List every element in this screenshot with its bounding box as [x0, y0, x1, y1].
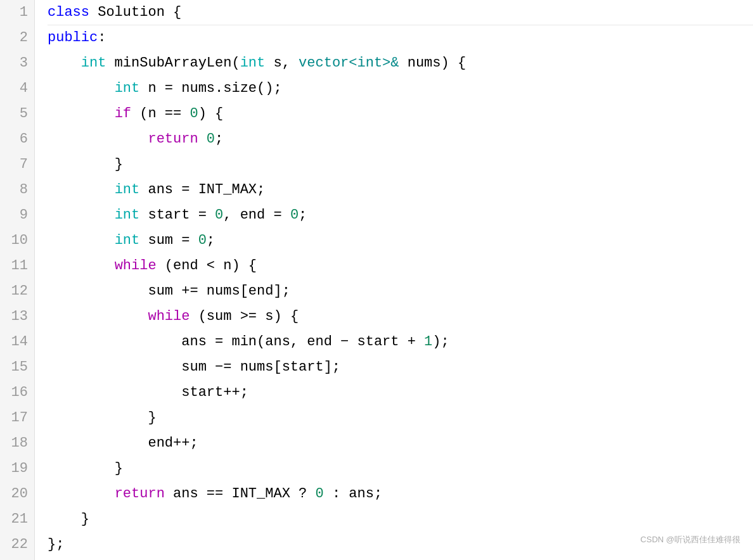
code-token: 1	[424, 329, 432, 355]
code-token: start++;	[181, 380, 248, 405]
code-token: int	[115, 76, 140, 101]
line-number: 4	[0, 76, 34, 101]
code-line: int ans = INT_MAX;	[48, 177, 753, 203]
line-number: 12	[0, 279, 34, 304]
code-token: , end =	[223, 203, 290, 228]
code-token: sum += nums[end];	[148, 279, 290, 304]
code-token: minSubArrayLen(	[106, 51, 240, 76]
line-number: 18	[0, 431, 34, 456]
code-container: 12345678910111213141516171819202122 clas…	[0, 0, 753, 560]
code-token	[48, 380, 181, 405]
code-token: }	[148, 405, 156, 431]
code-token: end++;	[148, 431, 198, 456]
code-token	[48, 101, 115, 127]
line-number: 21	[0, 507, 34, 532]
line-number: 15	[0, 355, 34, 380]
code-line: sum += nums[end];	[48, 279, 753, 304]
code-token: (n ==	[131, 101, 190, 127]
code-line: public:	[48, 25, 753, 51]
code-token	[48, 152, 115, 177]
code-token: (end < n) {	[157, 253, 257, 279]
code-token: sum −= nums[start];	[181, 355, 340, 380]
code-token	[48, 507, 81, 532]
code-token: ) {	[198, 101, 224, 127]
code-token: ans == INT_MAX ?	[165, 481, 316, 507]
code-token: int	[115, 228, 140, 253]
code-token: n = nums.size();	[139, 76, 281, 101]
code-token: Solution	[98, 0, 165, 25]
code-line: if (n == 0) {	[48, 101, 753, 127]
code-token	[48, 127, 148, 152]
code-token: sum =	[139, 228, 198, 253]
code-token: }	[81, 507, 89, 532]
code-line: start++;	[48, 380, 753, 405]
code-line: }	[48, 152, 753, 177]
code-line: int minSubArrayLen(int s, vector<int>& n…	[48, 51, 753, 76]
line-number: 19	[0, 456, 34, 481]
code-line: ans = min(ans, end − start + 1);	[48, 329, 753, 355]
code-line: return ans == INT_MAX ? 0 : ans;	[48, 481, 753, 507]
code-line: int start = 0, end = 0;	[48, 203, 753, 228]
line-number: 5	[0, 101, 34, 127]
code-token	[48, 76, 115, 101]
code-token: 0	[190, 101, 198, 127]
code-token: 0	[207, 127, 215, 152]
code-token: :	[98, 25, 106, 51]
code-token	[48, 329, 181, 355]
code-token: int	[81, 51, 106, 76]
code-token: 0	[315, 481, 323, 507]
code-token: ;	[207, 228, 215, 253]
code-token: 0	[198, 228, 207, 253]
code-token: while	[115, 253, 157, 279]
code-token: ans = INT_MAX;	[139, 177, 265, 203]
code-token: int	[115, 177, 140, 203]
line-number: 2	[0, 25, 34, 51]
code-token: vector<int>&	[299, 51, 399, 76]
code-token: ;	[215, 127, 223, 152]
code-token: {	[165, 0, 181, 25]
line-number: 8	[0, 177, 34, 203]
code-line: end++;	[48, 431, 753, 456]
code-token	[48, 253, 115, 279]
code-token: (sum >= s) {	[190, 304, 299, 329]
code-token: class	[48, 0, 98, 25]
code-token: start =	[139, 203, 215, 228]
watermark: CSDN @听说西佳佳难得很	[640, 527, 740, 552]
code-token	[48, 51, 81, 76]
code-token	[48, 355, 181, 380]
line-number: 14	[0, 329, 34, 355]
code-token: int	[240, 51, 266, 76]
code-line: int sum = 0;	[48, 228, 753, 253]
code-token: return	[115, 481, 165, 507]
line-number: 13	[0, 304, 34, 329]
code-token: public	[48, 25, 98, 51]
code-token	[48, 405, 148, 431]
code-token	[48, 431, 148, 456]
line-number: 1	[0, 0, 34, 25]
code-token: return	[148, 127, 198, 152]
code-token	[48, 456, 115, 481]
code-token: };	[48, 532, 64, 557]
code-token	[48, 228, 115, 253]
line-number: 10	[0, 228, 34, 253]
code-token: }	[115, 456, 123, 481]
line-number: 7	[0, 152, 34, 177]
code-token: while	[148, 304, 190, 329]
code-token: : ans;	[324, 481, 382, 507]
code-token: ans = min(ans, end − start +	[181, 329, 424, 355]
line-numbers: 12345678910111213141516171819202122	[0, 0, 35, 560]
code-token: );	[432, 329, 449, 355]
line-number: 9	[0, 203, 34, 228]
code-token: 0	[215, 203, 223, 228]
code-token	[48, 304, 148, 329]
line-number: 20	[0, 481, 34, 507]
code-token: ;	[299, 203, 307, 228]
code-token: }	[115, 152, 123, 177]
code-token: s,	[265, 51, 299, 76]
code-line: sum −= nums[start];	[48, 355, 753, 380]
code-token: 0	[290, 203, 299, 228]
code-line: return 0;	[48, 127, 753, 152]
line-number: 3	[0, 51, 34, 76]
code-token	[48, 177, 115, 203]
code-token	[48, 279, 148, 304]
